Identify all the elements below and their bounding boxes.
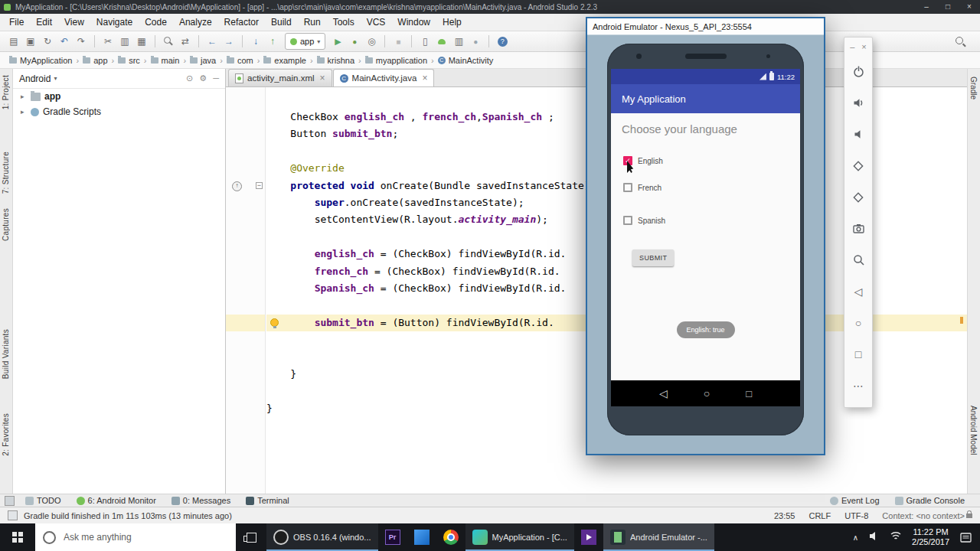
sync-icon[interactable] xyxy=(40,34,55,49)
tool-window-button-6-android-monitor[interactable]: 6: Android Monitor xyxy=(77,496,156,505)
sdk-icon[interactable] xyxy=(434,34,449,49)
stop-icon[interactable] xyxy=(390,34,406,49)
search-input[interactable] xyxy=(62,531,211,543)
zoom-icon[interactable] xyxy=(844,244,872,276)
tool-button-android-model[interactable]: Android Model xyxy=(969,406,978,455)
find-icon[interactable] xyxy=(161,34,176,49)
breadcrumb-item-myapplication[interactable]: MyApplication xyxy=(8,56,74,65)
menu-view[interactable]: View xyxy=(58,14,90,31)
vcs-update-icon[interactable] xyxy=(248,34,263,49)
taskbar-clock[interactable]: 11:22 PM 2/25/2017 xyxy=(912,527,949,547)
monitor-icon[interactable] xyxy=(451,34,466,49)
breadcrumb-item-mainactivity[interactable]: MainActivity xyxy=(436,56,495,65)
redo-icon[interactable] xyxy=(74,34,89,49)
nav-home-icon[interactable]: ○ xyxy=(704,387,710,399)
action-center-icon[interactable] xyxy=(959,531,972,544)
nav-overview-icon[interactable]: □ xyxy=(746,388,752,399)
settings-gear-icon[interactable]: ⚙ xyxy=(199,73,207,83)
checkbox-row-french[interactable]: French xyxy=(623,182,665,193)
menu-window[interactable]: Window xyxy=(391,14,436,31)
debug-icon[interactable] xyxy=(347,34,362,49)
coverage-icon[interactable] xyxy=(364,34,379,49)
emulator-close-icon[interactable]: × xyxy=(861,42,866,51)
taskbar-app-obs[interactable]: OBS 0.16.4 (windo... xyxy=(266,523,378,551)
tool-button-7-structure[interactable]: 7: Structure xyxy=(2,152,10,194)
taskbar-app-3d-builder[interactable] xyxy=(407,523,436,551)
save-icon[interactable] xyxy=(23,34,38,49)
back-icon[interactable] xyxy=(204,34,220,49)
submit-button[interactable]: SUBMIT xyxy=(632,249,674,266)
chevron-right-icon[interactable]: ▸ xyxy=(21,93,27,100)
emulator-minimize-icon[interactable]: – xyxy=(850,42,854,51)
lock-icon[interactable] xyxy=(966,514,972,518)
breadcrumb-item-example[interactable]: example xyxy=(262,56,308,65)
overriding-method-icon[interactable]: ↑ xyxy=(232,181,242,191)
close-icon[interactable]: × xyxy=(422,73,427,83)
volume-up-icon[interactable] xyxy=(844,87,872,119)
taskbar-app-android-studio[interactable]: MyApplication - [C... xyxy=(466,523,574,551)
checkbox-unchecked-icon[interactable] xyxy=(623,183,632,192)
status-line-separator[interactable]: CRLF xyxy=(808,511,831,520)
project-view-header[interactable]: Android ▾ ⊙ ⚙ ─ xyxy=(13,69,225,89)
checkbox-unchecked-icon[interactable] xyxy=(623,216,632,225)
help-icon[interactable] xyxy=(495,34,510,49)
status-cursor-position[interactable]: 23:55 xyxy=(774,511,795,520)
search-everywhere-icon[interactable] xyxy=(954,35,968,49)
forward-icon[interactable] xyxy=(221,34,237,49)
breadcrumb-item-java[interactable]: java xyxy=(188,56,217,65)
emulator-home-icon[interactable]: ○ xyxy=(844,307,872,338)
status-context[interactable]: Context: <no context> xyxy=(882,511,965,520)
breadcrumb-item-app[interactable]: app xyxy=(81,56,109,65)
emulator-back-icon[interactable]: ◁ xyxy=(844,276,872,307)
maximize-button[interactable]: □ xyxy=(937,0,959,14)
menu-vcs[interactable]: VCS xyxy=(361,14,392,31)
tool-button-captures[interactable]: Captures xyxy=(2,208,10,241)
tool-window-button-terminal[interactable]: Terminal xyxy=(246,496,289,505)
taskbar-search[interactable] xyxy=(35,523,236,551)
tool-button-2-favorites[interactable]: 2: Favorites xyxy=(2,413,10,456)
vcs-commit-icon[interactable] xyxy=(265,34,280,49)
rotate-left-icon[interactable] xyxy=(844,150,872,181)
menu-build[interactable]: Build xyxy=(265,14,298,31)
tool-button-gradle[interactable]: Gradle xyxy=(969,77,978,99)
tool-window-switcher-icon[interactable] xyxy=(5,496,15,506)
tool-button-build-variants[interactable]: Build Variants xyxy=(2,329,10,379)
menu-tools[interactable]: Tools xyxy=(327,14,361,31)
volume-icon[interactable] xyxy=(868,530,880,545)
status-encoding[interactable]: UTF-8 xyxy=(844,511,868,520)
menu-file[interactable]: File xyxy=(3,14,30,31)
rotate-right-icon[interactable] xyxy=(844,181,872,213)
project-view-mode[interactable]: Android xyxy=(19,73,51,84)
close-icon[interactable]: × xyxy=(320,73,325,83)
menu-help[interactable]: Help xyxy=(436,14,468,31)
hide-panel-icon[interactable]: ─ xyxy=(213,73,219,83)
error-stripe-mark[interactable] xyxy=(960,317,963,324)
minimize-button[interactable]: – xyxy=(916,0,937,14)
tree-item-app[interactable]: ▸app xyxy=(13,89,225,104)
tool-window-button-0-messages[interactable]: 0: Messages xyxy=(172,496,230,505)
copy-icon[interactable] xyxy=(117,34,132,49)
scroll-to-source-icon[interactable]: ⊙ xyxy=(186,73,193,83)
chevron-right-icon[interactable]: ▸ xyxy=(21,108,27,116)
emulator-overview-icon[interactable]: □ xyxy=(844,338,872,370)
menu-run[interactable]: Run xyxy=(298,14,327,31)
toolwindow-grid-icon[interactable] xyxy=(8,510,18,520)
taskbar-app-premiere[interactable] xyxy=(378,523,407,551)
menu-edit[interactable]: Edit xyxy=(30,14,58,31)
nav-back-icon[interactable]: ◁ xyxy=(659,387,668,399)
taskbar-app-media[interactable] xyxy=(574,523,603,551)
breadcrumb-item-main[interactable]: main xyxy=(149,56,181,65)
network-icon[interactable] xyxy=(890,530,902,544)
tab-mainactivity-java[interactable]: MainActivity.java× xyxy=(333,69,435,86)
start-button[interactable] xyxy=(0,523,35,551)
fold-icon[interactable]: − xyxy=(256,182,263,189)
checkbox-row-spanish[interactable]: Spanish xyxy=(623,215,665,226)
menu-analyze[interactable]: Analyze xyxy=(173,14,218,31)
tool-button-1-project[interactable]: 1: Project xyxy=(2,75,10,109)
undo-icon[interactable] xyxy=(57,34,72,49)
tool-window-button-gradle-console[interactable]: Gradle Console xyxy=(895,496,965,505)
breadcrumb-item-com[interactable]: com xyxy=(225,56,255,65)
tab-activity-main-xml[interactable]: activity_main.xml× xyxy=(228,69,332,86)
emulator-title-bar[interactable]: Android Emulator - Nexus_5_API_23:5554 xyxy=(587,18,824,35)
breadcrumb-item-src[interactable]: src xyxy=(116,56,142,65)
